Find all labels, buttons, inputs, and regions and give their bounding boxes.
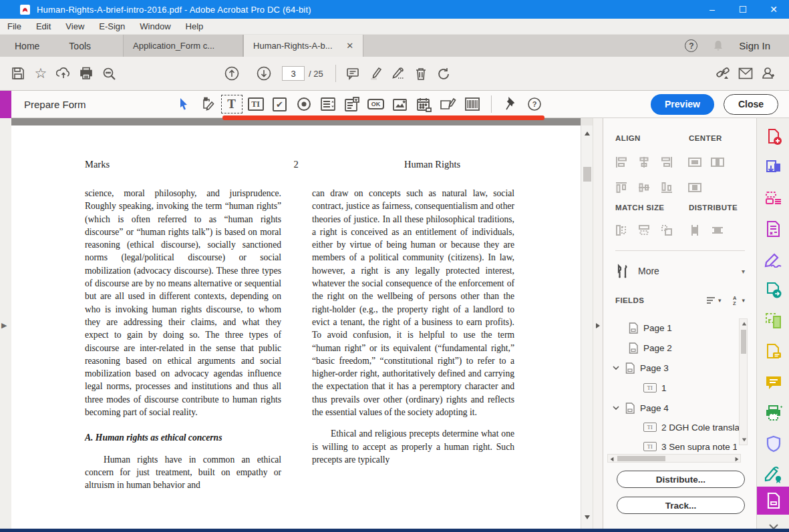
tab-close-icon[interactable]: ✕ <box>346 41 353 51</box>
menu-file[interactable]: File <box>0 19 29 33</box>
organize-pages-icon[interactable] <box>764 312 783 330</box>
scrollbar-thumb[interactable] <box>617 456 665 461</box>
tree-item-page-3[interactable]: Page 3 <box>613 360 669 375</box>
search-icon[interactable] <box>98 62 120 85</box>
preview-button[interactable]: Preview <box>651 94 714 115</box>
comment-icon[interactable] <box>341 62 364 85</box>
tree-item-field-3[interactable]: TI 3 Sen supra note 1 p 3 <box>643 439 737 454</box>
protect-icon[interactable] <box>764 435 783 453</box>
center-vertically-icon[interactable] <box>709 154 726 170</box>
distribute-horizontally-icon[interactable] <box>709 222 726 238</box>
next-page-icon[interactable] <box>253 62 275 85</box>
close-window-button[interactable]: ✕ <box>758 0 789 19</box>
export-pdf-icon[interactable] <box>764 220 783 238</box>
center-horizontally-icon[interactable] <box>686 154 703 170</box>
center-both-icon[interactable] <box>686 180 703 196</box>
button-field-tool[interactable]: OK <box>364 93 388 115</box>
tree-item-field-1[interactable]: TI 1 <box>643 380 667 395</box>
share-upload-icon[interactable] <box>52 62 75 85</box>
scroll-up-arrow[interactable] <box>585 131 590 136</box>
edit-fields-tool[interactable] <box>196 93 220 115</box>
radio-button-tool[interactable] <box>292 93 316 115</box>
panel-collapse-icon[interactable] <box>596 323 600 328</box>
align-right-icon[interactable] <box>658 154 675 170</box>
add-user-avatar-icon[interactable] <box>757 62 780 85</box>
panel-collapse-strip[interactable] <box>593 118 603 529</box>
nav-pane-gutter[interactable]: ▶ <box>0 118 11 529</box>
tree-item-page-4[interactable]: Page 4 <box>613 401 669 415</box>
match-both-icon[interactable] <box>658 222 675 238</box>
edit-pdf-icon[interactable] <box>764 189 783 208</box>
prepare-form-active-tool[interactable] <box>757 487 789 515</box>
menu-help[interactable]: Help <box>178 19 211 33</box>
print-icon[interactable] <box>75 62 98 85</box>
request-signatures-icon[interactable] <box>764 342 783 361</box>
fill-and-sign-icon[interactable] <box>764 250 783 269</box>
menu-view[interactable]: View <box>58 19 92 33</box>
document-vertical-scrollbar[interactable] <box>581 118 593 529</box>
form-help-icon[interactable]: ? <box>522 93 546 115</box>
image-field-tool[interactable] <box>388 93 412 115</box>
text-field-tool[interactable]: T <box>220 93 244 115</box>
select-object-tool[interactable] <box>172 93 196 115</box>
chevron-down-icon[interactable] <box>613 406 619 410</box>
track-button[interactable]: Track... <box>617 497 745 514</box>
dropdown-field-tool[interactable] <box>340 93 364 115</box>
list-box-tool[interactable] <box>316 93 340 115</box>
tree-item-field-2[interactable]: TI 2 DGH Cole translatio <box>643 420 740 435</box>
page-number-input[interactable] <box>282 66 305 81</box>
help-icon[interactable]: ? <box>685 39 697 52</box>
distribute-button[interactable]: Distribute... <box>617 471 745 488</box>
menu-esign[interactable]: E-Sign <box>92 19 132 33</box>
tree-item-page-1[interactable]: Page 1 <box>629 320 672 335</box>
fields-horizontal-scrollbar[interactable] <box>607 454 741 463</box>
menu-window[interactable]: Window <box>132 19 178 33</box>
menu-edit[interactable]: Edit <box>29 19 58 33</box>
distribute-vertically-icon[interactable] <box>686 222 703 238</box>
maximize-button[interactable]: ☐ <box>728 0 758 19</box>
scroll-down-arrow[interactable] <box>585 515 590 519</box>
align-left-icon[interactable] <box>613 154 630 170</box>
keep-tool-selected-pin-icon[interactable] <box>498 93 522 115</box>
more-caret-icon[interactable]: ▾ <box>742 268 745 275</box>
close-prepare-form-button[interactable]: Close <box>724 94 778 115</box>
align-bottom-icon[interactable] <box>658 180 675 196</box>
text-box-field-tool[interactable]: TI <box>244 93 268 115</box>
barcode-field-tool[interactable] <box>460 93 484 115</box>
sign-pen-icon[interactable] <box>387 62 410 85</box>
minimize-button[interactable]: – <box>697 0 728 19</box>
scroll-right-arrow[interactable] <box>736 457 739 461</box>
fields-vertical-scrollbar[interactable] <box>739 318 748 445</box>
more-tools-row[interactable]: More ▾ <box>615 264 745 278</box>
chevron-down-icon[interactable] <box>613 366 619 370</box>
date-field-tool[interactable] <box>412 93 436 115</box>
sort-alphabetical-icon[interactable]: AZ ▾ <box>733 295 745 305</box>
tab-application-form[interactable]: Application_Form c... <box>123 35 243 57</box>
email-icon[interactable] <box>734 62 757 85</box>
tab-tools[interactable]: Tools <box>54 35 106 57</box>
tab-home[interactable]: Home <box>0 35 54 57</box>
combine-files-icon[interactable] <box>764 158 783 177</box>
previous-page-icon[interactable] <box>220 62 243 85</box>
checkbox-tool[interactable]: ✔ <box>268 93 292 115</box>
delete-trash-icon[interactable] <box>410 62 432 85</box>
align-top-icon[interactable] <box>613 180 630 196</box>
scan-and-ocr-icon[interactable] <box>764 404 783 423</box>
sort-by-tab-order-icon[interactable]: ▾ <box>706 296 722 304</box>
scrollbar-thumb[interactable] <box>741 330 746 354</box>
send-for-comments-icon[interactable] <box>764 281 783 300</box>
scroll-left-arrow[interactable] <box>611 457 614 461</box>
scroll-down-arrow[interactable] <box>742 439 746 442</box>
highlighter-icon[interactable] <box>364 62 387 85</box>
certificates-icon[interactable] <box>764 465 783 484</box>
tab-human-rights[interactable]: Human-Rights-A-b... ✕ <box>243 35 363 57</box>
signature-field-tool[interactable] <box>436 93 460 115</box>
notifications-bell-icon[interactable] <box>712 39 724 52</box>
save-icon[interactable] <box>7 62 29 85</box>
star-favorites-icon[interactable]: ☆ <box>29 62 52 85</box>
sign-in-button[interactable]: Sign In <box>739 40 770 51</box>
match-height-icon[interactable] <box>613 222 630 238</box>
align-vertical-center-icon[interactable] <box>635 180 653 196</box>
scroll-up-arrow[interactable] <box>742 322 746 326</box>
rotate-redo-icon[interactable] <box>432 62 455 85</box>
